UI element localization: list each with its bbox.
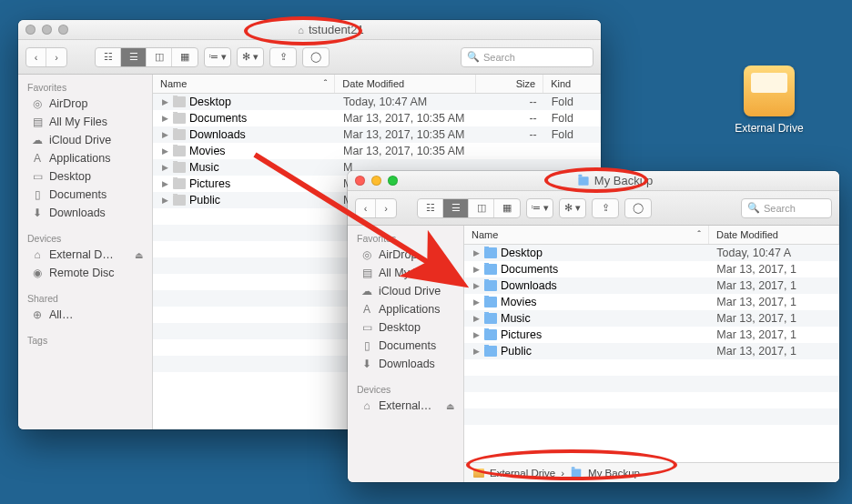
column-view-button[interactable]: ◫ — [147, 48, 172, 66]
disclosure-triangle-icon[interactable]: ▶ — [472, 297, 481, 307]
sidebar-item-icon: ◎ — [360, 248, 373, 261]
arrange-button[interactable]: ≔ ▾ — [204, 47, 231, 67]
disclosure-triangle-icon[interactable]: ▶ — [472, 281, 481, 290]
action-button[interactable]: ✻ ▾ — [559, 198, 586, 218]
minimize-icon[interactable] — [371, 176, 381, 186]
column-header-date[interactable]: Date Modified — [335, 75, 476, 93]
sidebar-item[interactable]: ▭Desktop — [348, 318, 463, 337]
column-header-name[interactable]: Nameˆ — [464, 226, 709, 244]
path-folder[interactable]: My Backup — [588, 468, 640, 479]
sidebar-item[interactable]: ⌂External D…⏏ — [18, 246, 152, 264]
sidebar-item-label: Desktop — [379, 321, 421, 334]
search-input[interactable]: 🔍 Search — [461, 47, 593, 67]
table-row[interactable]: ▶DownloadsMar 13, 2017, 10:35 AM--Fold — [153, 126, 601, 143]
share-button[interactable]: ⇪ — [592, 198, 619, 218]
sidebar-item[interactable]: AApplications — [18, 149, 152, 167]
disclosure-triangle-icon[interactable]: ▶ — [472, 330, 481, 339]
minimize-icon[interactable] — [42, 25, 52, 35]
action-button[interactable]: ✻ ▾ — [237, 47, 264, 67]
sidebar-item[interactable]: ◎AirDrop — [18, 95, 152, 113]
sidebar-item[interactable]: ▤All My Files — [348, 264, 463, 282]
disclosure-triangle-icon[interactable]: ▶ — [160, 196, 169, 205]
disclosure-triangle-icon[interactable]: ▶ — [472, 347, 481, 356]
zoom-icon[interactable] — [58, 25, 68, 35]
finder-window-backup[interactable]: My Backup ‹ › ☷ ☰ ◫ ▦ ≔ ▾ ✻ ▾ ⇪ ◯ 🔍 Sear… — [348, 171, 839, 482]
column-view-button[interactable]: ◫ — [469, 199, 494, 217]
sidebar-item-icon: ▤ — [31, 116, 44, 128]
disclosure-triangle-icon[interactable]: ▶ — [160, 114, 169, 123]
table-row[interactable]: ▶MoviesMar 13, 2017, 10:35 AM — [153, 143, 601, 159]
sidebar-item[interactable]: ◉Remote Disc — [18, 264, 152, 282]
titlebar[interactable]: ⌂ tstudent21 — [18, 20, 601, 40]
column-headers[interactable]: Nameˆ Date Modified Size Kind — [153, 75, 601, 94]
column-header-date[interactable]: Date Modified — [709, 226, 839, 244]
column-headers[interactable]: Nameˆ Date Modified — [464, 226, 839, 245]
zoom-icon[interactable] — [388, 176, 398, 186]
sidebar-item-label: Remote Disc — [49, 267, 115, 279]
coverflow-view-button[interactable]: ▦ — [494, 199, 520, 217]
forward-button[interactable]: › — [46, 48, 66, 66]
sidebar-item[interactable]: ◎AirDrop — [348, 246, 463, 264]
sidebar-item[interactable]: ▭Desktop — [18, 167, 152, 186]
icon-view-button[interactable]: ☷ — [96, 48, 121, 66]
path-drive[interactable]: External Drive — [490, 468, 555, 479]
sidebar-item[interactable]: ⌂External…⏏ — [348, 397, 463, 415]
sidebar-item[interactable]: ⬇Downloads — [18, 204, 152, 222]
arrange-button[interactable]: ≔ ▾ — [526, 198, 553, 218]
disclosure-triangle-icon[interactable]: ▶ — [160, 146, 169, 156]
close-icon[interactable] — [355, 176, 365, 186]
sidebar-item-label: Downloads — [379, 358, 435, 370]
table-row[interactable]: ▶DownloadsMar 13, 2017, 1 — [464, 277, 839, 294]
sidebar-item-icon: ⌂ — [360, 399, 373, 412]
sidebar-item[interactable]: ⊕All… — [18, 306, 152, 324]
table-row[interactable]: ▶DocumentsMar 13, 2017, 1 — [464, 261, 839, 277]
back-button[interactable]: ‹ — [356, 199, 376, 217]
sidebar-item[interactable]: ▯Documents — [18, 186, 152, 204]
table-row[interactable]: ▶MusicMar 13, 2017, 1 — [464, 310, 839, 327]
eject-icon[interactable]: ⏏ — [446, 401, 454, 411]
search-input[interactable]: 🔍 Search — [741, 198, 832, 218]
table-row[interactable]: ▶DesktopToday, 10:47 A — [464, 245, 839, 261]
tags-button[interactable]: ◯ — [302, 47, 330, 67]
desktop-drive-external[interactable]: External Drive — [728, 66, 810, 135]
list-view-button[interactable]: ☰ — [121, 48, 147, 66]
chevron-right-icon: › — [561, 468, 564, 479]
table-row[interactable]: ▶DesktopToday, 10:47 AM--Fold — [153, 94, 601, 110]
sidebar-item[interactable]: AApplications — [348, 300, 463, 318]
table-row[interactable]: ▶DocumentsMar 13, 2017, 10:35 AM--Fold — [153, 110, 601, 126]
column-header-kind[interactable]: Kind — [543, 75, 601, 93]
forward-button[interactable]: › — [376, 199, 396, 217]
disclosure-triangle-icon[interactable]: ▶ — [160, 179, 169, 188]
toolbar: ‹ › ☷ ☰ ◫ ▦ ≔ ▾ ✻ ▾ ⇪ ◯ 🔍 Search — [18, 40, 601, 75]
sidebar-item[interactable]: ☁iCloud Drive — [18, 131, 152, 149]
titlebar[interactable]: My Backup — [348, 171, 839, 191]
sidebar-item[interactable]: ▯Documents — [348, 337, 463, 355]
tags-button[interactable]: ◯ — [624, 198, 652, 218]
sidebar-item[interactable]: ⬇Downloads — [348, 355, 463, 373]
coverflow-view-button[interactable]: ▦ — [172, 48, 198, 66]
disclosure-triangle-icon[interactable]: ▶ — [472, 248, 481, 257]
back-button[interactable]: ‹ — [26, 48, 46, 66]
disclosure-triangle-icon[interactable]: ▶ — [472, 265, 481, 274]
path-bar[interactable]: External Drive › My Backup — [464, 462, 839, 482]
eject-icon[interactable]: ⏏ — [135, 250, 143, 260]
icon-view-button[interactable]: ☷ — [418, 199, 443, 217]
close-icon[interactable] — [25, 25, 36, 35]
file-date: Mar 13, 2017, 1 — [709, 328, 839, 341]
column-header-name[interactable]: Nameˆ — [153, 75, 335, 93]
disclosure-triangle-icon[interactable]: ▶ — [160, 130, 169, 139]
share-button[interactable]: ⇪ — [269, 47, 297, 67]
table-row[interactable]: ▶PicturesMar 13, 2017, 1 — [464, 327, 839, 343]
table-row[interactable]: ▶MoviesMar 13, 2017, 1 — [464, 294, 839, 310]
sidebar-item[interactable]: ☁iCloud Drive — [348, 282, 463, 300]
table-row[interactable]: ▶PublicMar 13, 2017, 1 — [464, 343, 839, 359]
list-view-button[interactable]: ☰ — [443, 199, 469, 217]
toolbar: ‹ › ☷ ☰ ◫ ▦ ≔ ▾ ✻ ▾ ⇪ ◯ 🔍 Search — [348, 191, 839, 226]
sidebar-item[interactable]: ▤All My Files — [18, 113, 152, 131]
column-header-size[interactable]: Size — [476, 75, 543, 93]
file-kind: Fold — [544, 128, 601, 141]
file-name: Desktop — [501, 247, 543, 259]
disclosure-triangle-icon[interactable]: ▶ — [472, 314, 481, 323]
disclosure-triangle-icon[interactable]: ▶ — [160, 97, 169, 106]
disclosure-triangle-icon[interactable]: ▶ — [160, 163, 169, 172]
